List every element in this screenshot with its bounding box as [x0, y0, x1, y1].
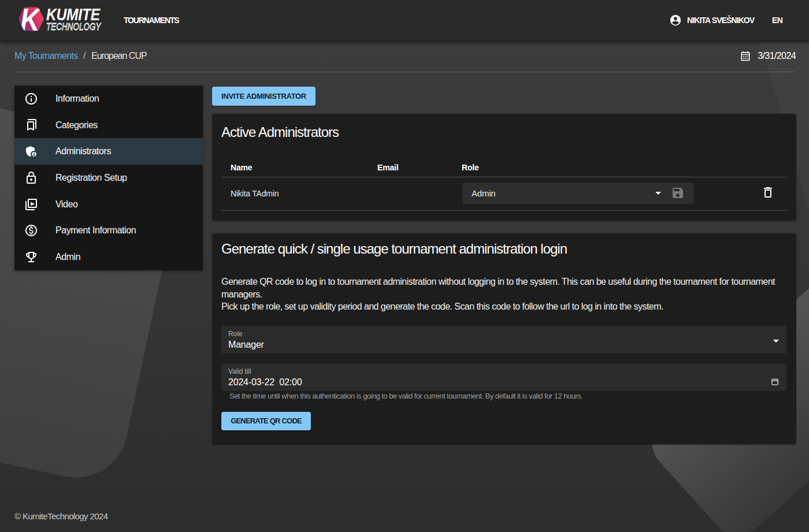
svg-text:K: K	[20, 7, 42, 31]
